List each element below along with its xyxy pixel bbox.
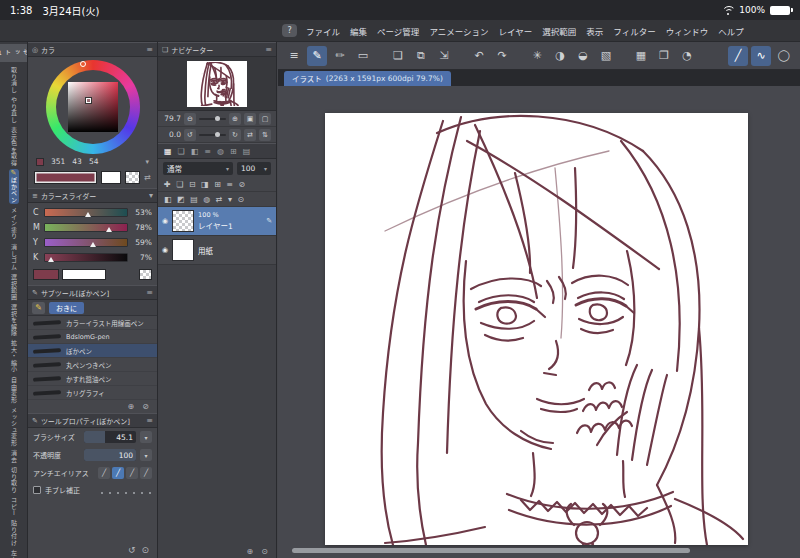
tool-item[interactable]: 表示色を取得 <box>9 126 19 167</box>
channel-slider[interactable] <box>44 223 128 232</box>
layer-command-icon[interactable]: ≡ <box>226 180 233 189</box>
navigator-menu-icon[interactable]: ≡ <box>265 45 272 54</box>
layer-command-icon[interactable]: ✚ <box>164 180 171 189</box>
menu-item[interactable]: フィルター <box>613 25 655 37</box>
channel-slider[interactable] <box>44 238 128 247</box>
menu-item[interactable]: 編集 <box>350 25 367 37</box>
layer-row[interactable]: ◉ 100 % レイヤー1 ✎ <box>158 207 276 236</box>
tool-item[interactable]: 貼り付け <box>9 519 19 547</box>
brush-item[interactable]: BdslomG-pen <box>28 330 157 344</box>
slider-handle-icon[interactable] <box>106 227 112 232</box>
tool-item[interactable]: メッシュ変形 <box>9 406 19 447</box>
transparent-color-swatch[interactable] <box>125 171 140 184</box>
antialias-option-icon[interactable]: ╱ <box>126 467 138 479</box>
sub-color-swatch[interactable] <box>101 171 121 184</box>
result-transparent[interactable] <box>139 269 152 280</box>
tool-item[interactable]: 消去 <box>9 449 19 464</box>
menu-item[interactable]: 表示 <box>586 25 603 37</box>
palette-tab-icon[interactable]: ◍ <box>217 147 224 156</box>
layer-command-icon[interactable]: ◧ <box>164 195 172 204</box>
menu-item[interactable]: 選択範囲 <box>542 25 576 37</box>
tool-item[interactable]: コピー <box>9 496 19 518</box>
zoom-out-icon[interactable]: ⊖ <box>184 113 196 125</box>
tool-item[interactable]: 取り消し <box>9 66 19 94</box>
antialias-option-icon[interactable]: ╱ <box>140 467 152 479</box>
layer-command-icon[interactable]: ⇄ <box>216 195 223 204</box>
layer-visibility-icon[interactable]: ◉ <box>162 246 168 254</box>
reset-property-icon[interactable]: ↺ <box>128 545 136 555</box>
filter-icon[interactable]: ✳ <box>527 46 547 66</box>
opacity-popup-icon[interactable]: ▾ <box>140 449 152 461</box>
sv-cursor[interactable] <box>86 98 91 103</box>
blend-icon[interactable]: ◒ <box>573 46 593 66</box>
pages-icon[interactable]: ⧉ <box>411 46 431 66</box>
zoom-in-icon[interactable]: ⊕ <box>229 113 241 125</box>
navigator-thumbnail[interactable] <box>187 61 247 107</box>
delete-subtool-icon[interactable]: ⊘ <box>142 402 149 411</box>
menu-item[interactable]: ウィンドウ <box>666 25 709 37</box>
layer-row[interactable]: ◉ 用紙 <box>158 236 276 265</box>
add-subtool-icon[interactable]: ⊕ <box>128 402 135 411</box>
help-bubble-icon[interactable]: ? <box>282 24 297 37</box>
stabilization-checkbox[interactable] <box>33 486 41 494</box>
antialias-option-icon[interactable]: ╱ <box>98 467 110 479</box>
tool-item[interactable]: 自由変形 <box>9 376 19 404</box>
tool-item[interactable]: 拡大・縮小 <box>9 339 19 374</box>
result-sub-color[interactable] <box>62 269 106 280</box>
brush-size-slider[interactable]: 45.1 <box>84 431 136 443</box>
flip-vertical-icon[interactable]: ⇅ <box>259 129 271 141</box>
layer-command-icon[interactable]: ⊘ <box>239 180 246 189</box>
new-canvas-icon[interactable]: ❏ <box>388 46 408 66</box>
sv-square[interactable] <box>68 82 118 132</box>
canvas[interactable] <box>325 113 748 545</box>
result-main-color[interactable] <box>33 269 59 280</box>
tool-set-tab[interactable]: セット1 <box>0 44 28 62</box>
layer-search-icon[interactable]: ⊙ <box>261 547 268 556</box>
opacity-slider[interactable]: 100 <box>84 449 136 461</box>
tool-item[interactable]: 切り取り <box>9 466 19 494</box>
slider-handle-icon[interactable] <box>90 242 96 247</box>
palette-tab-icon[interactable]: ❏ <box>178 147 185 156</box>
layer-command-icon[interactable]: ◩ <box>177 195 185 204</box>
layer-command-icon[interactable]: ⊙ <box>237 195 244 204</box>
slider-handle-icon[interactable] <box>85 212 91 217</box>
line-correction-icon[interactable]: ╱ <box>728 46 748 66</box>
layer-visibility-icon[interactable]: ◉ <box>162 217 168 225</box>
palette-tab-icon[interactable]: ≡ <box>204 147 211 156</box>
menu-item[interactable]: ヘルプ <box>718 25 744 37</box>
brush-item[interactable]: ぼかペン <box>28 344 157 358</box>
material-icon[interactable]: ▧ <box>596 46 616 66</box>
pencil-group-icon[interactable]: ✎ <box>32 302 45 314</box>
subtool-menu-icon[interactable]: ≡ <box>146 288 153 297</box>
hue-cursor[interactable] <box>80 61 86 67</box>
horizontal-scrollbar[interactable] <box>292 548 690 553</box>
rotate-left-icon[interactable]: ↺ <box>184 129 196 141</box>
add-layer-icon[interactable]: ⊕ <box>247 547 254 556</box>
flip-horizontal-icon[interactable]: ⇄ <box>244 129 256 141</box>
tool-item[interactable]: 消しゴム <box>9 243 19 271</box>
brush-item[interactable]: 丸ペンつきペン <box>28 358 157 372</box>
rotation-slider[interactable] <box>199 134 226 136</box>
grid-icon[interactable]: ▦ <box>631 46 651 66</box>
main-color-swatch[interactable] <box>34 171 97 184</box>
tool-item[interactable]: 左右反転 <box>9 549 19 558</box>
layer-command-icon[interactable]: ◨ <box>201 180 209 189</box>
palette-tab-icon[interactable]: ▤ <box>243 147 251 156</box>
brush-item[interactable]: カリグラフィ <box>28 386 157 400</box>
layer-command-icon[interactable]: ⊞ <box>214 180 221 189</box>
tool-item[interactable]: やり直し <box>9 96 19 124</box>
folder-icon[interactable]: ❐ <box>654 46 674 66</box>
tool-item[interactable]: メイン塗り <box>9 206 19 241</box>
channel-slider[interactable] <box>44 253 128 262</box>
brush-item[interactable]: カラーイラスト用線画ペン <box>28 316 157 330</box>
record-icon[interactable]: ◯ <box>774 46 794 66</box>
undo-icon[interactable]: ↶ <box>469 46 489 66</box>
blend-mode-select[interactable]: 通常 ▾ <box>163 162 233 175</box>
layer-command-icon[interactable]: ❏ <box>176 180 183 189</box>
slider-handle-icon[interactable] <box>48 257 54 262</box>
palette-tab-icon[interactable]: ◧ <box>191 147 199 156</box>
palette-tab-icon[interactable]: ⊞ <box>230 147 237 156</box>
palette-tab-icon[interactable]: ▦ <box>164 147 172 156</box>
actual-size-icon[interactable]: ▢ <box>259 113 271 125</box>
panel-toggle-icon[interactable]: ≡ <box>284 46 304 66</box>
